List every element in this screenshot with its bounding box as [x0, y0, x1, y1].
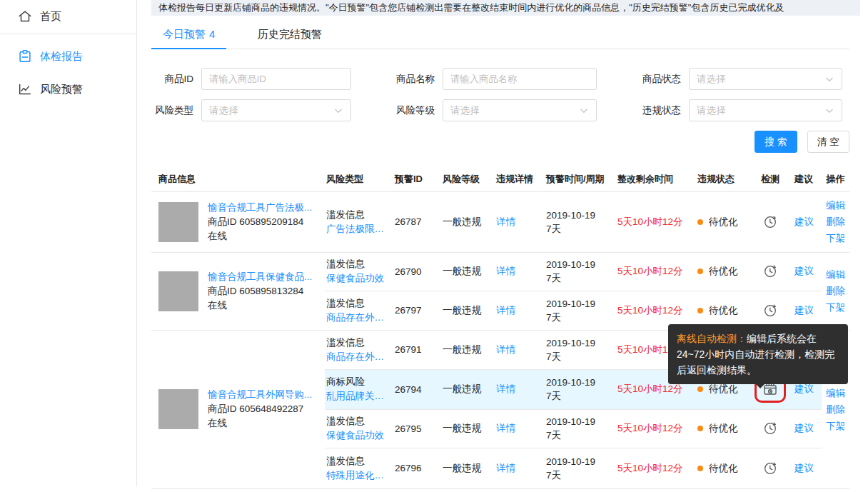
tab-label: 历史完结预警: [258, 28, 322, 40]
risk-detail-link[interactable]: 乱用品牌关键词: [326, 389, 388, 403]
suggest-link[interactable]: 建议: [794, 216, 814, 227]
risk-level: 一般违规: [435, 291, 489, 330]
suggest-link[interactable]: 建议: [794, 423, 814, 433]
delete-link[interactable]: 删除: [822, 401, 849, 418]
product-name-link[interactable]: 愉音合规工具保健食品...: [208, 270, 312, 284]
violation-status: 待优化: [709, 265, 738, 278]
tab-count-badge: 4: [209, 28, 215, 40]
tab-history-warnings[interactable]: 历史完结预警: [246, 21, 333, 49]
remaining-time: 5天10小时12分: [617, 383, 683, 394]
violation-status: 待优化: [709, 462, 738, 475]
col-risk-type: 风险类型: [325, 168, 389, 191]
warning-id: 26796: [389, 448, 435, 488]
risk-category: 商标风险: [326, 375, 389, 389]
table-row: 愉音合规工具广告法极... 商品ID 605895209184 在线 滥发信息 …: [151, 191, 849, 252]
product-id: 商品ID 605895813284: [208, 284, 312, 298]
detect-countdown-icon[interactable]: [762, 263, 778, 279]
suggest-link[interactable]: 建议: [794, 463, 814, 473]
detail-link[interactable]: 详情: [496, 305, 515, 316]
report-icon: [17, 49, 33, 64]
warning-id: 26797: [389, 291, 435, 330]
risk-detail-link[interactable]: 商品存在外网...: [326, 350, 388, 364]
risk-detail-link[interactable]: 保健食品功效: [326, 271, 388, 286]
col-remaining-time: 整改剩余时间: [610, 168, 690, 191]
status-dot: [697, 386, 703, 392]
chevron-down-icon: [579, 106, 589, 116]
detail-link[interactable]: 详情: [496, 463, 515, 473]
warn-date: 2019-10-19: [546, 258, 610, 271]
warn-date: 2019-10-19: [546, 455, 610, 468]
risk-category: 滥发信息: [326, 208, 389, 222]
violation-status-select[interactable]: 请选择: [689, 99, 842, 121]
suggest-link[interactable]: 建议: [794, 266, 814, 276]
risk-type-label: 风险类型: [151, 104, 201, 117]
risk-detail-link[interactable]: 广告法极限词...: [326, 222, 388, 236]
tooltip-title: 离线自动检测：: [677, 333, 747, 344]
warn-cycle: 7天: [546, 222, 610, 236]
warn-date: 2019-10-19: [546, 376, 610, 389]
product-id-input[interactable]: [201, 68, 351, 90]
violation-status-label: 违规状态: [639, 104, 689, 117]
risk-detail-link[interactable]: 商品存在外网...: [326, 311, 388, 325]
warning-id: 26787: [389, 191, 435, 252]
detect-countdown-icon[interactable]: [762, 421, 778, 436]
info-banner: 体检报告每日更新店铺商品的违规情况。"今日预警"包含您店铺检测出需要在整改结束时…: [151, 0, 860, 16]
product-name-link[interactable]: 愉音合规工具广告法极...: [208, 201, 312, 215]
sidebar-item-home[interactable]: 首页: [0, 0, 136, 33]
product-status-select[interactable]: 请选择: [689, 68, 842, 90]
status-dot: [697, 308, 703, 313]
product-name-link[interactable]: 愉音合规工具外网导购...: [208, 388, 312, 402]
detect-countdown-icon[interactable]: [762, 214, 778, 230]
product-status: 在线: [208, 416, 312, 431]
unlist-link[interactable]: 下架: [822, 230, 849, 246]
warn-cycle: 7天: [546, 468, 610, 482]
remaining-time: 5天10小时12分: [617, 423, 683, 433]
risk-category: 滥发信息: [326, 414, 389, 428]
risk-level: 一般违规: [435, 252, 489, 291]
suggest-link[interactable]: 建议: [794, 383, 814, 394]
detail-link[interactable]: 详情: [496, 423, 515, 433]
product-status: 在线: [208, 298, 312, 313]
sidebar-item-report[interactable]: 体检报告: [0, 40, 136, 73]
col-violation-status: 违规状态: [690, 168, 753, 191]
risk-type-select[interactable]: 请选择: [201, 99, 351, 121]
sidebar: 首页 体检报告 风险预警: [0, 0, 137, 486]
detail-link[interactable]: 详情: [496, 383, 515, 394]
sidebar-item-risk[interactable]: 风险预警: [0, 73, 136, 106]
suggest-link[interactable]: 建议: [794, 305, 814, 316]
product-thumbnail: [158, 271, 198, 311]
tab-today-warnings[interactable]: 今日预警4: [151, 21, 226, 49]
delete-link[interactable]: 删除: [822, 283, 849, 299]
col-product-info: 商品信息: [151, 168, 325, 191]
risk-detail-link[interactable]: 保健食品功效: [326, 428, 388, 443]
unlist-link[interactable]: 下架: [822, 299, 849, 316]
status-dot: [697, 219, 703, 225]
col-operations: 操作: [822, 168, 849, 191]
product-name-input[interactable]: [443, 68, 597, 90]
search-button[interactable]: 搜 索: [755, 131, 797, 153]
detail-link[interactable]: 详情: [496, 266, 515, 276]
warn-date: 2019-10-19: [546, 209, 610, 222]
status-dot: [697, 466, 703, 471]
delete-link[interactable]: 删除: [822, 214, 849, 230]
product-status-label: 商品状态: [639, 73, 689, 86]
unlist-link[interactable]: 下架: [822, 418, 849, 434]
table-header-row: 商品信息 风险类型 预警ID 风险等级 违规详情 预警时间/周期 整改剩余时间 …: [151, 168, 849, 191]
warn-date: 2019-10-19: [546, 415, 610, 428]
product-id-label: 商品ID: [151, 73, 201, 86]
violation-status-cell: 待优化: [697, 265, 753, 278]
select-placeholder: 请选择: [209, 104, 238, 117]
detail-link[interactable]: 详情: [496, 344, 515, 355]
edit-link[interactable]: 编辑: [822, 266, 849, 283]
edit-link[interactable]: 编辑: [822, 385, 849, 401]
detect-countdown-icon[interactable]: [762, 461, 778, 476]
detail-link[interactable]: 详情: [496, 216, 515, 227]
col-suggest: 建议: [787, 168, 822, 191]
detect-countdown-icon[interactable]: [762, 303, 778, 318]
clear-button[interactable]: 清 空: [807, 131, 849, 153]
risk-level-select[interactable]: 请选择: [443, 99, 597, 121]
edit-link[interactable]: 编辑: [822, 197, 849, 214]
risk-level: 一般违规: [435, 409, 489, 448]
risk-detail-link[interactable]: 特殊用途化妆...: [326, 468, 388, 483]
sidebar-item-label: 体检报告: [40, 50, 83, 64]
